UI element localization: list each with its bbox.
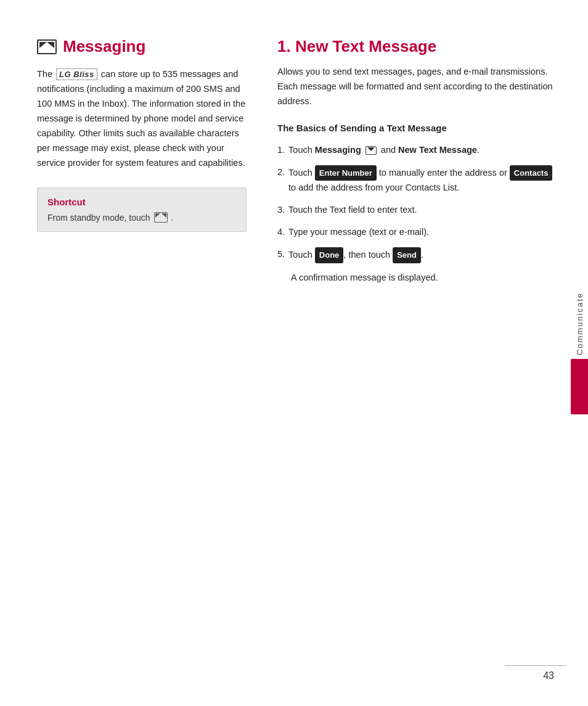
- step-4-content: Type your message (text or e-mail).: [288, 225, 557, 240]
- body-text-the: The: [37, 69, 52, 79]
- shortcut-body: From standby mode, touch .: [47, 212, 236, 223]
- step-2-content: Touch Enter Number to manually enter the…: [288, 165, 557, 195]
- step-2: 2. Touch Enter Number to manually enter …: [277, 165, 557, 195]
- done-kbd: Done: [315, 247, 344, 263]
- step-5-num: 5.: [277, 247, 285, 263]
- steps-list: 1. Touch Messaging and New Text Message.…: [277, 143, 557, 263]
- step-1: 1. Touch Messaging and New Text Message.: [277, 143, 557, 158]
- left-column: Messaging The LG Bliss can store up to 5…: [37, 37, 271, 669]
- side-tab-bar: [571, 359, 588, 414]
- confirmation-note: A confirmation message is displayed.: [291, 271, 557, 285]
- page-number: 43: [543, 670, 554, 681]
- enter-number-kbd: Enter Number: [315, 165, 377, 181]
- right-column: 1. New Text Message Allows you to send t…: [271, 37, 557, 669]
- side-tab-label: Communicate: [575, 292, 584, 355]
- messaging-body-text: The LG Bliss can store up to 535 message…: [37, 67, 247, 170]
- step-2-num: 2.: [277, 165, 285, 195]
- step-3: 3. Touch the Text field to enter text.: [277, 203, 557, 218]
- step-1-new-text-bold: New Text Message: [398, 145, 477, 155]
- step-4: 4. Type your message (text or e-mail).: [277, 225, 557, 240]
- side-tab: Communicate: [571, 292, 588, 414]
- step-1-content: Touch Messaging and New Text Message.: [288, 143, 557, 158]
- step-5-content: Touch Done, then touch Send.: [288, 247, 557, 263]
- step-1-messaging-bold: Messaging: [315, 145, 361, 155]
- subsection-title: The Basics of Sending a Text Message: [277, 121, 557, 134]
- messaging-section-header: Messaging: [37, 37, 247, 56]
- brand-logo: LG Bliss: [56, 68, 97, 80]
- new-text-message-title: 1. New Text Message: [277, 37, 557, 56]
- shortcut-box: Shortcut From standby mode, touch .: [37, 187, 247, 232]
- step-3-num: 3.: [277, 203, 285, 218]
- shortcut-title: Shortcut: [47, 197, 236, 207]
- shortcut-envelope-icon: [154, 212, 168, 223]
- page-container: Messaging The LG Bliss can store up to 5…: [0, 0, 588, 706]
- step-3-content: Touch the Text field to enter text.: [288, 203, 557, 218]
- send-kbd: Send: [393, 247, 421, 263]
- messaging-section-title: Messaging: [63, 37, 145, 56]
- shortcut-text: From standby mode, touch: [47, 213, 150, 223]
- new-text-message-intro: Allows you to send text messages, pages,…: [277, 65, 557, 109]
- step-1-num: 1.: [277, 143, 285, 158]
- page-divider: [505, 665, 566, 666]
- shortcut-period: .: [171, 213, 174, 223]
- step-5: 5. Touch Done, then touch Send.: [277, 247, 557, 263]
- body-text-rest: can store up to 535 messages and notific…: [37, 69, 245, 168]
- step-4-num: 4.: [277, 225, 285, 240]
- messaging-envelope-icon: [37, 39, 57, 54]
- contacts-kbd: Contacts: [510, 165, 553, 181]
